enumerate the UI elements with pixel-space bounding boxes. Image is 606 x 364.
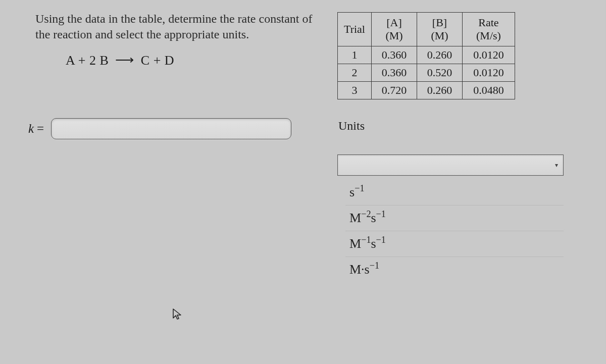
data-table: Trial [A] (M) [B] (M) Rate (M/s) 1 0.360… <box>337 12 515 99</box>
units-option[interactable]: M−2s−1 <box>345 205 564 231</box>
units-option[interactable]: M−1s−1 <box>345 231 564 257</box>
header-a: [A] (M) <box>371 13 417 46</box>
units-label: Units <box>338 119 365 133</box>
cell-b: 0.260 <box>417 82 462 99</box>
cell-b: 0.520 <box>417 64 462 82</box>
cell-rate: 0.0120 <box>462 46 515 64</box>
cell-b: 0.260 <box>417 46 462 64</box>
units-option[interactable]: s−1 <box>345 180 564 205</box>
cell-trial: 1 <box>338 46 372 64</box>
equation-left: A + 2 B <box>66 53 109 68</box>
chevron-down-icon: ▾ <box>555 162 558 169</box>
units-select[interactable]: ▾ <box>337 154 564 176</box>
table-row: 3 0.720 0.260 0.0480 <box>338 82 515 99</box>
arrow-icon: ⟶ <box>115 52 134 68</box>
units-option[interactable]: M·s−1 <box>345 257 564 282</box>
k-value-input[interactable] <box>51 118 291 139</box>
option-label: s−1 <box>349 185 364 199</box>
cell-trial: 2 <box>338 64 372 82</box>
cell-a: 0.720 <box>371 82 417 99</box>
cell-rate: 0.0120 <box>462 64 515 82</box>
cell-a: 0.360 <box>371 46 417 64</box>
equation-right: C + D <box>141 53 174 68</box>
option-label: M−1s−1 <box>349 236 386 251</box>
header-rate: Rate (M/s) <box>462 13 515 46</box>
k-label: k= <box>28 122 44 136</box>
cell-a: 0.360 <box>371 64 417 82</box>
question-prompt: Using the data in the table, determine t… <box>35 11 318 42</box>
table-row: 1 0.360 0.260 0.0120 <box>338 46 515 64</box>
header-trial: Trial <box>338 13 372 46</box>
option-label: M−2s−1 <box>349 211 386 225</box>
header-b: [B] (M) <box>417 13 462 46</box>
question-container: Using the data in the table, determine t… <box>0 0 606 68</box>
option-label: M·s−1 <box>349 262 379 277</box>
table-row: 2 0.360 0.520 0.0120 <box>338 64 515 82</box>
table-header-row: Trial [A] (M) [B] (M) Rate (M/s) <box>338 13 515 46</box>
k-input-row: k= <box>28 118 291 139</box>
cell-rate: 0.0480 <box>462 82 515 99</box>
units-options-list: s−1 M−2s−1 M−1s−1 M·s−1 <box>345 180 564 282</box>
cursor-icon <box>172 308 183 325</box>
cell-trial: 3 <box>338 82 372 99</box>
